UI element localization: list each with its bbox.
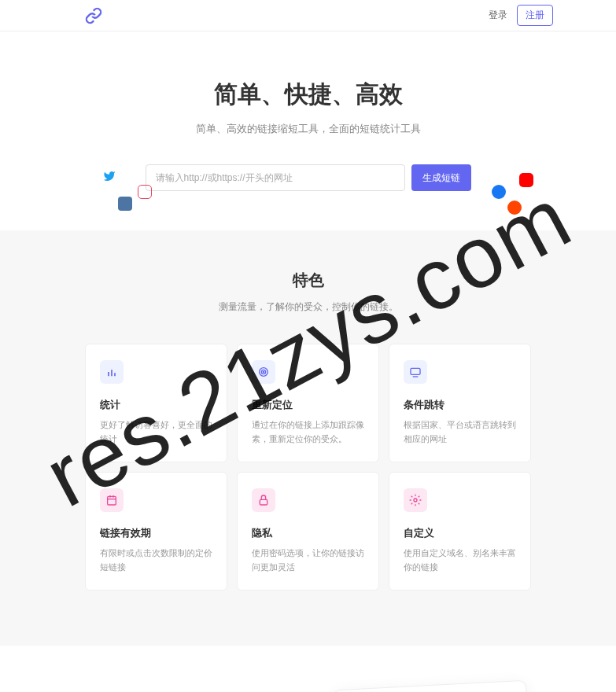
twitter-icon — [102, 169, 116, 183]
vk-icon — [118, 197, 132, 211]
svg-point-13 — [414, 499, 417, 502]
feature-desc: 有限时或点击次数限制的定价短链接 — [100, 547, 212, 574]
features-subtitle: 测量流量，了解你的受众，控制你的链接。 — [85, 300, 531, 314]
svg-point-5 — [263, 371, 264, 372]
feature-desc: 根据国家、平台或语言跳转到相应的网址 — [404, 418, 516, 446]
url-input[interactable] — [146, 164, 405, 191]
screen-icon — [404, 360, 427, 384]
svg-rect-12 — [260, 500, 267, 506]
logo-icon — [85, 7, 102, 24]
instagram-icon — [138, 185, 152, 199]
features-grid: 统计 更好了解访客喜好，更全面的统计 重新定位 通过在你的链接上添加跟踪像素，重… — [85, 344, 531, 591]
feature-title: 隐私 — [252, 526, 364, 540]
reddit-icon — [507, 201, 522, 215]
feature-title: 统计 — [100, 398, 212, 412]
feature-card-expiry: 链接有效期 有限时或点击次数限制的定价短链接 — [85, 472, 227, 591]
signup-button[interactable]: 注册 — [517, 5, 553, 26]
feature-title: 自定义 — [404, 526, 516, 540]
feature-desc: 通过在你的链接上添加跟踪像素，重新定位你的受众。 — [252, 418, 364, 446]
features-section: 特色 测量流量，了解你的受众，控制你的链接。 统计 更好了解访客喜好，更全面的统… — [0, 230, 616, 646]
header: 登录 注册 — [0, 0, 616, 31]
hero-title: 简单、快捷、高效 — [85, 79, 531, 111]
feature-title: 重新定位 — [252, 398, 364, 412]
feature-card-retarget: 重新定位 通过在你的链接上添加跟踪像素，重新定位你的受众。 — [237, 344, 379, 462]
hero-subtitle: 简单、高效的链接缩短工具，全面的短链统计工具 — [85, 122, 531, 136]
calendar-icon — [100, 488, 124, 512]
feature-card-custom: 自定义 使用自定义域名、别名来丰富你的链接 — [389, 472, 531, 591]
hero-section: 简单、快捷、高效 简单、高效的链接缩短工具，全面的短链统计工具 生成短链 — [0, 31, 616, 230]
feature-title: 链接有效期 — [100, 526, 212, 540]
shorten-button[interactable]: 生成短链 — [411, 164, 471, 191]
lock-icon — [252, 488, 275, 512]
youtube-icon — [519, 173, 533, 187]
chart-icon — [100, 360, 124, 384]
feature-desc: 使用密码选项，让你的链接访问更加灵活 — [252, 547, 364, 574]
gear-icon — [404, 488, 427, 512]
svg-rect-8 — [108, 497, 116, 506]
feature-desc: 使用自定义域名、别名来丰富你的链接 — [404, 547, 516, 574]
features-title: 特色 — [85, 270, 531, 291]
facebook-icon — [492, 185, 506, 199]
svg-rect-6 — [411, 368, 420, 374]
feature-card-stats: 统计 更好了解访客喜好，更全面的统计 — [85, 344, 227, 462]
target-icon — [252, 360, 275, 384]
brand-section: 自有品牌短链接 用户知道他们点击的链接，品牌链接会增加你的品牌认知度，激发信任，… — [0, 646, 616, 692]
links-preview-card: 链接 example.com/bqh6e Apple ••• example.c… — [332, 680, 536, 692]
feature-card-privacy: 隐私 使用密码选项，让你的链接访问更加灵活 — [237, 472, 379, 591]
login-link[interactable]: 登录 — [489, 9, 507, 22]
feature-card-conditional: 条件跳转 根据国家、平台或语言跳转到相应的网址 — [389, 344, 531, 462]
feature-desc: 更好了解访客喜好，更全面的统计 — [100, 418, 212, 446]
feature-title: 条件跳转 — [404, 398, 516, 412]
